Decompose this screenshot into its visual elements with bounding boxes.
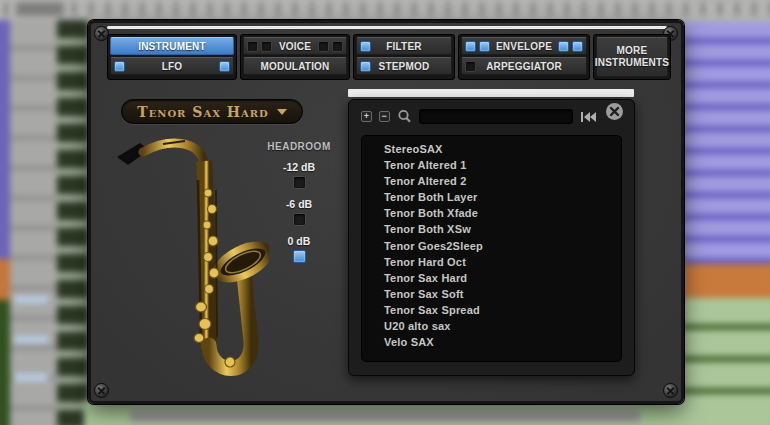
tab-instrument-label: INSTRUMENT bbox=[138, 41, 206, 52]
daw-purple-clips bbox=[683, 22, 770, 268]
tab-more-instruments[interactable]: MORE INSTRUMENTS bbox=[596, 37, 668, 77]
preset-list-item[interactable]: Tenor Sax Hard bbox=[362, 270, 621, 286]
voice-led-right-1[interactable] bbox=[318, 41, 329, 52]
daw-toolbar-fragment bbox=[16, 2, 64, 16]
tab-voice-label: VOICE bbox=[273, 41, 317, 52]
search-input[interactable] bbox=[419, 109, 573, 124]
collapse-all-button[interactable]: − bbox=[379, 111, 390, 122]
envelope-led-right-2[interactable] bbox=[572, 41, 583, 52]
tab-envelope[interactable]: ENVELOPE bbox=[461, 37, 587, 55]
envelope-led-right-1[interactable] bbox=[558, 41, 569, 52]
arpeggiator-led[interactable] bbox=[465, 61, 476, 72]
lfo-led-left[interactable] bbox=[114, 61, 125, 72]
headroom-minus12-checkbox[interactable] bbox=[293, 176, 306, 189]
preset-list-item[interactable]: Tenor Goes2Sleep bbox=[362, 238, 621, 254]
search-icon bbox=[397, 109, 412, 124]
preset-list-item[interactable]: U20 alto sax bbox=[362, 318, 621, 334]
preset-dropdown[interactable]: Tenor Sax Hard bbox=[121, 99, 303, 124]
tab-group-envelope-arpeggiator: ENVELOPE ARPEGGIATOR bbox=[458, 34, 590, 80]
headroom-section: HEADROOM -12 dB -6 dB 0 dB bbox=[263, 141, 335, 263]
headroom-option-label: -6 dB bbox=[263, 198, 335, 210]
tab-stepmod[interactable]: STEPMOD bbox=[356, 57, 452, 75]
screw-icon bbox=[94, 383, 109, 398]
saxophone-image bbox=[113, 135, 269, 387]
daw-clip-column bbox=[57, 20, 88, 425]
close-icon[interactable] bbox=[605, 102, 624, 125]
tab-group-more-instruments: MORE INSTRUMENTS bbox=[593, 34, 671, 80]
window-top-highlight bbox=[107, 26, 667, 29]
tab-lfo-label: LFO bbox=[140, 61, 204, 72]
preset-list-item[interactable]: Tenor Sax Spread bbox=[362, 302, 621, 318]
headroom-option-label: -12 dB bbox=[263, 161, 335, 173]
tab-more-instruments-label: MORE INSTRUMENTS bbox=[595, 45, 669, 69]
chevron-down-icon bbox=[277, 109, 287, 115]
preset-list-item[interactable]: Tenor Altered 1 bbox=[362, 157, 621, 173]
headroom-option-label: 0 dB bbox=[263, 235, 335, 247]
tab-instrument[interactable]: INSTRUMENT bbox=[110, 37, 234, 55]
tab-arpeggiator-label: ARPEGGIATOR bbox=[481, 61, 567, 72]
expand-all-button[interactable]: + bbox=[361, 111, 372, 122]
tab-group-instrument-lfo: INSTRUMENT LFO bbox=[107, 34, 237, 80]
tab-modulation[interactable]: MODULATION bbox=[243, 57, 347, 75]
voice-led-left-1[interactable] bbox=[247, 41, 258, 52]
tab-stepmod-label: STEPMOD bbox=[376, 61, 432, 72]
daw-fader-bar bbox=[14, 374, 48, 381]
tab-envelope-label: ENVELOPE bbox=[491, 41, 557, 52]
daw-fader-bar bbox=[14, 336, 48, 343]
daw-timeline-ruler bbox=[0, 0, 770, 22]
preset-list-item[interactable]: Tenor Altered 2 bbox=[362, 173, 621, 189]
screen: INSTRUMENT LFO VOICE bbox=[0, 0, 770, 425]
daw-fader-bar bbox=[14, 296, 48, 303]
preset-list-item[interactable]: StereoSAX bbox=[362, 141, 621, 157]
voice-led-right-2[interactable] bbox=[332, 41, 343, 52]
stepmod-led[interactable] bbox=[360, 61, 371, 72]
browser-drag-handle[interactable] bbox=[348, 89, 634, 97]
voice-led-left-2[interactable] bbox=[261, 41, 272, 52]
tab-filter[interactable]: FILTER bbox=[356, 37, 452, 55]
preset-browser-panel: + − bbox=[348, 99, 635, 376]
headroom-title: HEADROOM bbox=[263, 141, 335, 152]
preset-list-item[interactable]: Velo SAX bbox=[362, 334, 621, 350]
preset-list-item[interactable]: Tenor Sax Soft bbox=[362, 286, 621, 302]
preset-list-item[interactable]: Tenor Both XSw bbox=[362, 221, 621, 237]
tab-modulation-label: MODULATION bbox=[247, 61, 343, 72]
sampler-plugin-window: INSTRUMENT LFO VOICE bbox=[88, 20, 684, 404]
preset-list: StereoSAXTenor Altered 1Tenor Altered 2T… bbox=[361, 135, 622, 362]
daw-orange-clip bbox=[683, 264, 770, 300]
screw-icon bbox=[663, 383, 678, 398]
browser-toolbar: + − bbox=[349, 100, 634, 125]
tab-group-voice-modulation: VOICE MODULATION bbox=[240, 34, 350, 80]
filter-led[interactable] bbox=[360, 41, 371, 52]
page-tab-bar: INSTRUMENT LFO VOICE bbox=[107, 34, 671, 80]
daw-track-headers bbox=[10, 20, 57, 425]
tab-arpeggiator[interactable]: ARPEGGIATOR bbox=[461, 57, 587, 75]
daw-track-color-strip bbox=[0, 20, 10, 425]
daw-scrollbar bbox=[130, 411, 640, 422]
preset-dropdown-value: Tenor Sax Hard bbox=[137, 104, 269, 120]
preset-list-item[interactable]: Tenor Hard Oct bbox=[362, 254, 621, 270]
tab-lfo[interactable]: LFO bbox=[110, 57, 234, 75]
tab-filter-label: FILTER bbox=[376, 41, 432, 52]
tab-voice[interactable]: VOICE bbox=[243, 37, 347, 55]
headroom-0db-checkbox[interactable] bbox=[293, 250, 306, 263]
skip-to-start-icon[interactable] bbox=[580, 111, 597, 123]
headroom-minus6-checkbox[interactable] bbox=[293, 213, 306, 226]
preset-list-item[interactable]: Tenor Both Layer bbox=[362, 189, 621, 205]
preset-list-item[interactable]: Tenor Both Xfade bbox=[362, 205, 621, 221]
envelope-led-left-2[interactable] bbox=[479, 41, 490, 52]
tab-group-filter-stepmod: FILTER STEPMOD bbox=[353, 34, 455, 80]
lfo-led-right[interactable] bbox=[219, 61, 230, 72]
envelope-led-left-1[interactable] bbox=[465, 41, 476, 52]
